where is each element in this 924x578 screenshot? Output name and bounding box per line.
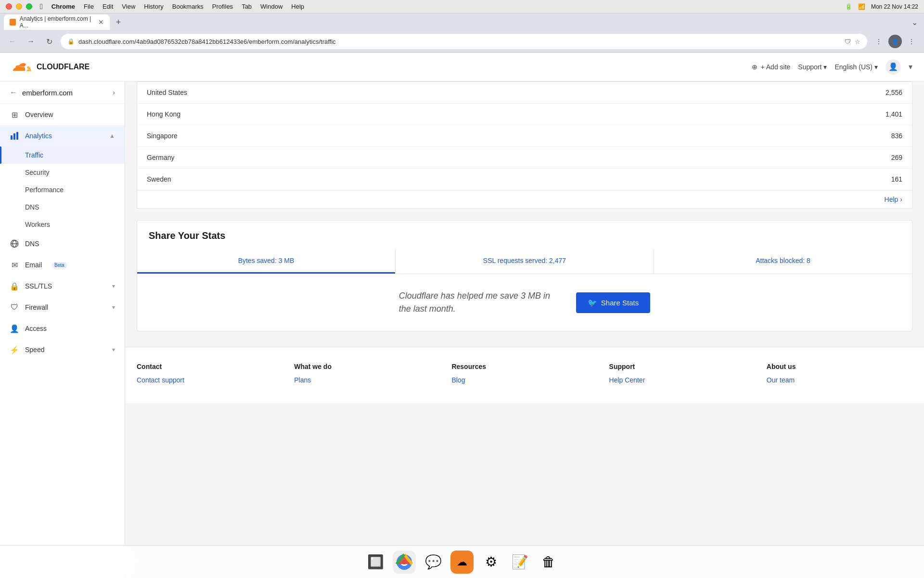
battery-icon: 🔋 <box>845 3 852 10</box>
footer-col-what-we-do: What we do Plans <box>294 363 440 388</box>
footer-col-title: What we do <box>294 363 440 370</box>
incognito-profile-button[interactable]: 👤 <box>888 35 902 48</box>
cloudflare-header: CLOUDFLARE ⊕ + Add site Support ▾ Englis… <box>0 53 924 81</box>
support-button[interactable]: Support ▾ <box>798 63 827 71</box>
url-bar[interactable]: 🔒 dash.cloudflare.com/4ab9ad0876532cb78a… <box>61 34 867 49</box>
country-table: United States 2,556 Hong Kong 1,401 Sing… <box>137 81 912 209</box>
footer-link[interactable]: Contact support <box>137 376 282 384</box>
sidebar-item-label: DNS <box>25 240 39 248</box>
sidebar-subitem-workers[interactable]: Workers <box>0 216 125 233</box>
table-row: Hong Kong 1,401 <box>137 104 912 125</box>
svg-rect-1 <box>13 133 15 140</box>
firewall-chevron-icon: ▾ <box>112 304 115 311</box>
refresh-button[interactable]: ↻ <box>42 35 56 48</box>
tab-bar: Analytics | emberform.com | A... ✕ + ⌄ <box>0 13 924 31</box>
back-button[interactable]: ← <box>6 35 19 48</box>
footer-link[interactable]: Plans <box>294 376 440 384</box>
footer-link[interactable]: Our team <box>767 376 912 384</box>
footer-col-about: About us Our team <box>767 363 912 388</box>
tab-menu[interactable]: Tab <box>242 3 252 10</box>
close-button[interactable] <box>6 3 12 10</box>
shield-icon: 🛡 <box>845 38 851 45</box>
share-stats-button[interactable]: 🐦 Share Stats <box>576 292 650 313</box>
app-layout: ← emberform.com › ⊞ Overview Analytics ▲… <box>0 81 924 578</box>
more-options-button[interactable]: ⋮ <box>905 35 918 48</box>
user-profile-button[interactable]: 👤 <box>886 59 901 75</box>
sidebar-subitem-security[interactable]: Security <box>0 164 125 181</box>
footer-link[interactable]: Help Center <box>609 376 755 384</box>
dock-terminal[interactable]: ⚙ <box>479 551 502 574</box>
sidebar-item-firewall[interactable]: 🛡 Firewall ▾ <box>0 297 125 318</box>
country-cell: Sweden <box>147 175 864 183</box>
help-menu[interactable]: Help <box>291 3 304 10</box>
file-menu[interactable]: File <box>84 3 94 10</box>
dock-notes[interactable]: 📝 <box>508 551 531 574</box>
extensions-button[interactable]: ⋮ <box>872 35 886 48</box>
stats-tabs: Bytes saved: 3 MB SSL requests served: 2… <box>137 249 912 274</box>
sidebar-item-email[interactable]: ✉ Email Beta <box>0 254 125 276</box>
active-tab[interactable]: Analytics | emberform.com | A... ✕ <box>4 14 110 30</box>
tab-close-button[interactable]: ✕ <box>98 18 104 26</box>
dock-trash[interactable]: 🗑 <box>537 551 560 574</box>
dock-messages[interactable]: 💬 <box>422 551 445 574</box>
lang-chevron-icon: ▾ <box>874 63 878 71</box>
dns-icon <box>10 239 19 249</box>
back-to-sites-icon[interactable]: ← <box>10 88 17 97</box>
svg-rect-0 <box>11 135 13 140</box>
maximize-button[interactable] <box>26 3 32 10</box>
title-bar:  Chrome File Edit View History Bookmark… <box>0 0 924 13</box>
country-cell: Germany <box>147 154 864 161</box>
dock-cloudflare[interactable]: ☁ <box>450 551 474 574</box>
menu-bar:  Chrome File Edit View History Bookmark… <box>40 2 304 11</box>
security-lock-icon: 🔒 <box>67 38 75 45</box>
sidebar-item-ssl-tls[interactable]: 🔒 SSL/TLS ▾ <box>0 276 125 297</box>
analytics-chevron-icon: ▲ <box>109 132 115 139</box>
value-cell: 1,401 <box>864 110 902 118</box>
dock-finder[interactable]: 🔲 <box>364 551 387 574</box>
table-row: Sweden 161 <box>137 169 912 190</box>
main-content: United States 2,556 Hong Kong 1,401 Sing… <box>125 81 924 578</box>
bookmark-icon[interactable]: ☆ <box>855 38 860 45</box>
edit-menu[interactable]: Edit <box>103 3 113 10</box>
sidebar-subitem-traffic[interactable]: Traffic <box>0 146 125 164</box>
language-button[interactable]: English (US) ▾ <box>834 63 878 71</box>
analytics-icon <box>10 131 19 141</box>
help-link[interactable]: Help › <box>885 196 902 203</box>
add-site-button[interactable]: ⊕ + Add site <box>752 63 790 71</box>
new-tab-button[interactable]: + <box>112 15 125 29</box>
sidebar-subitem-dns[interactable]: DNS <box>0 198 125 216</box>
profile-chevron-icon: ▾ <box>909 62 912 71</box>
site-selector[interactable]: ← emberform.com › <box>0 81 125 104</box>
sidebar-item-speed[interactable]: ⚡ Speed ▾ <box>0 339 125 360</box>
profiles-menu[interactable]: Profiles <box>212 3 233 10</box>
sidebar-subitem-performance[interactable]: Performance <box>0 181 125 198</box>
apple-menu[interactable]:  <box>40 2 43 11</box>
history-menu[interactable]: History <box>144 3 163 10</box>
bookmarks-menu[interactable]: Bookmarks <box>172 3 204 10</box>
tab-expand-button[interactable]: ⌄ <box>909 16 920 28</box>
view-menu[interactable]: View <box>122 3 135 10</box>
stats-tab-ssl[interactable]: SSL requests served: 2,477 <box>395 249 654 274</box>
minimize-button[interactable] <box>16 3 22 10</box>
share-stats-section: Share Your Stats Bytes saved: 3 MB SSL r… <box>137 220 912 331</box>
sidebar-item-dns[interactable]: DNS <box>0 233 125 254</box>
sidebar-item-analytics[interactable]: Analytics ▲ <box>0 125 125 146</box>
dock-chrome[interactable] <box>393 551 416 574</box>
value-cell: 836 <box>864 132 902 140</box>
forward-button[interactable]: → <box>24 35 38 48</box>
sidebar-item-access[interactable]: 👤 Access <box>0 318 125 339</box>
window-menu[interactable]: Window <box>260 3 282 10</box>
sidebar-item-label: Speed <box>25 346 44 354</box>
sidebar-item-overview[interactable]: ⊞ Overview <box>0 104 125 125</box>
system-time: 🔋 📶 Mon 22 Nov 14:22 <box>845 3 918 10</box>
stats-tab-bytes[interactable]: Bytes saved: 3 MB <box>137 249 395 274</box>
cloudflare-name: CLOUDFLARE <box>37 63 90 71</box>
country-cell: United States <box>147 89 864 96</box>
sidebar-item-label: Email <box>25 261 42 269</box>
footer-col-resources: Resources Blog <box>451 363 597 388</box>
footer-link[interactable]: Blog <box>451 376 597 384</box>
chrome-menu[interactable]: Chrome <box>51 3 75 10</box>
speed-chevron-icon: ▾ <box>112 346 115 353</box>
stats-tab-attacks[interactable]: Attacks blocked: 8 <box>654 249 912 274</box>
help-arrow-icon: › <box>900 196 902 203</box>
